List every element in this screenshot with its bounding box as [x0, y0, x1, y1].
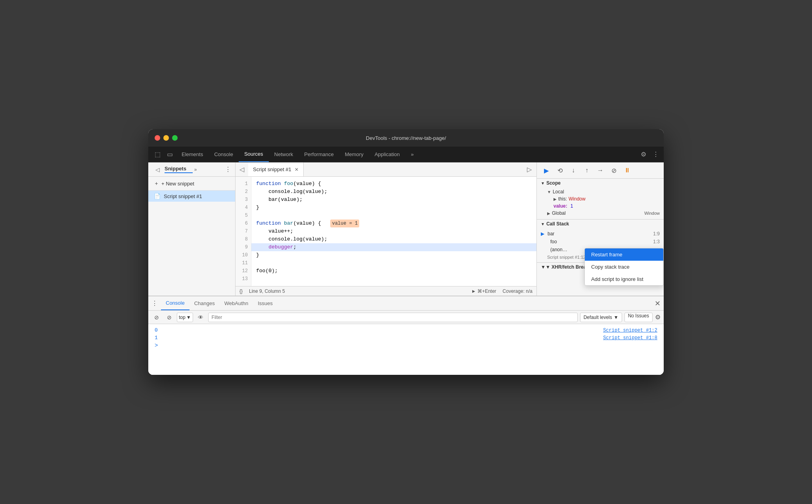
console-dots-icon[interactable]: ⋮ — [151, 300, 158, 307]
console-settings-icon[interactable]: ⚙ — [655, 313, 661, 321]
ctx-restart-frame[interactable]: Restart frame — [585, 248, 663, 261]
format-icon[interactable]: {} — [239, 288, 243, 294]
global-scope-item[interactable]: ▶ Global Window — [541, 210, 660, 217]
tab-memory[interactable]: Memory — [339, 147, 369, 162]
more-options-icon[interactable]: ⋮ — [651, 149, 661, 160]
callstack-foo-name: foo — [550, 239, 650, 244]
pause-button[interactable]: ⏸ — [622, 165, 633, 176]
step-over-button[interactable]: ↓ — [568, 165, 579, 176]
editor-tab-snippet[interactable]: Script snippet #1 ✕ — [248, 162, 304, 176]
console-block-button[interactable]: ⊘ — [164, 312, 174, 323]
editor-tab-title: Script snippet #1 — [253, 166, 291, 172]
sidebar-nav-icon[interactable]: ◁ — [152, 166, 163, 173]
console-filter-input[interactable] — [208, 313, 578, 322]
this-arrow-icon: ▶ — [553, 197, 557, 201]
editor-nav-back-icon[interactable]: ◁ — [236, 166, 248, 173]
tab-console[interactable]: Console — [209, 147, 239, 162]
cursor-icon[interactable]: ⬚ — [151, 151, 164, 158]
script-ref: Script snippet #1:12 — [541, 255, 586, 260]
callstack-bar-item[interactable]: ▶ bar 1:9 — [537, 230, 664, 238]
local-arrow-icon: ▼ — [547, 190, 551, 194]
callstack-label: Call Stack — [546, 221, 569, 227]
maximize-button[interactable] — [172, 135, 178, 141]
levels-label: Default levels — [584, 315, 612, 320]
top-tabs-bar: ⬚ ▭ Elements Console Sources Network Per… — [148, 147, 664, 162]
title-bar: DevTools - chrome://new-tab-page/ — [148, 129, 664, 147]
code-line-12: foo(0); — [251, 267, 536, 275]
deactivate-button[interactable]: ⊘ — [608, 165, 619, 176]
scope-header[interactable]: ▼ Scope — [537, 179, 664, 187]
line-num-6: 6 — [236, 220, 251, 227]
code-line-4: } — [251, 204, 536, 212]
console-tab-changes[interactable]: Changes — [190, 296, 220, 310]
callstack-header[interactable]: ▼ Call Stack — [537, 220, 664, 228]
value-scope-item: value: 1 — [541, 202, 660, 210]
code-editor[interactable]: 1 2 3 4 5 6 7 8 9 10 11 12 13 — [236, 177, 536, 286]
tab-sources[interactable]: Sources — [239, 147, 269, 162]
editor-tabs-bar: ◁ Script snippet #1 ✕ ▷ — [236, 162, 536, 177]
console-tab-issues[interactable]: Issues — [253, 296, 278, 310]
tab-application[interactable]: Application — [369, 147, 406, 162]
step-into-button[interactable]: ↑ — [581, 165, 592, 176]
sidebar-menu-icon[interactable]: ⋮ — [225, 166, 231, 173]
value-key: value: — [553, 203, 567, 209]
tab-network[interactable]: Network — [269, 147, 299, 162]
cursor-position: Line 9, Column 5 — [249, 288, 285, 294]
line-num-2: 2 — [236, 188, 251, 196]
sidebar-more-icon[interactable]: » — [194, 167, 197, 172]
context-menu: Restart frame Copy stack trace Add scrip… — [584, 248, 664, 286]
line-numbers: 1 2 3 4 5 6 7 8 9 10 11 12 13 — [236, 177, 251, 286]
tabs-list: Elements Console Sources Network Perform… — [176, 147, 639, 162]
console-eye-button[interactable]: 👁 — [195, 312, 206, 323]
console-close-button[interactable]: ✕ — [655, 299, 661, 308]
console-prompt-line[interactable]: > — [155, 342, 657, 349]
callstack-arrow-icon: ▼ — [541, 222, 545, 226]
line-num-13: 13 — [236, 275, 251, 283]
callstack-items: ▶ bar 1:9 foo 1:3 (anon… — [537, 228, 664, 262]
sidebar-title: Snippets — [165, 166, 193, 173]
this-scope-item[interactable]: ▶ this: Window — [541, 195, 660, 202]
plus-icon: ＋ — [154, 180, 159, 187]
pause-on-exception-button[interactable]: ⟲ — [554, 165, 565, 176]
ctx-add-ignore[interactable]: Add script to ignore list — [585, 273, 663, 285]
console-top-selector[interactable]: top ▼ — [177, 313, 193, 322]
resume-button[interactable]: ▶ — [541, 165, 552, 176]
ctx-copy-stack-trace[interactable]: Copy stack trace — [585, 261, 663, 273]
code-content[interactable]: function foo(value) { console.log(value)… — [251, 177, 536, 286]
new-snippet-button[interactable]: ＋ + New snippet — [148, 177, 235, 191]
console-issues-button[interactable]: No Issues — [624, 313, 653, 322]
code-line-13 — [251, 275, 536, 283]
inline-value-6: value = 1 — [330, 220, 359, 227]
local-scope-item[interactable]: ▼ Local — [541, 188, 660, 195]
tab-more[interactable]: » — [405, 147, 419, 162]
console-file-0[interactable]: Script snippet #1:2 — [603, 328, 657, 333]
callstack-foo-item[interactable]: foo 1:3 — [537, 238, 664, 246]
code-line-10: } — [251, 251, 536, 259]
traffic-lights — [155, 135, 178, 141]
code-line-1: function foo(value) { — [251, 180, 536, 188]
close-button[interactable] — [155, 135, 160, 141]
this-value: Window — [569, 196, 586, 202]
tab-elements[interactable]: Elements — [176, 147, 209, 162]
this-key: this: — [558, 196, 567, 202]
editor-pane: ◁ Script snippet #1 ✕ ▷ 1 2 3 4 5 — [236, 162, 537, 296]
line-num-7: 7 — [236, 227, 251, 235]
device-icon[interactable]: ▭ — [164, 151, 176, 158]
console-tab-console[interactable]: Console — [161, 296, 190, 310]
console-tab-webauthn[interactable]: WebAuthn — [220, 296, 253, 310]
console-clear-button[interactable]: ⊘ — [151, 312, 162, 323]
tab-performance[interactable]: Performance — [299, 147, 339, 162]
run-shortcut[interactable]: ► ⌘+Enter — [471, 288, 496, 294]
console-file-1[interactable]: Script snippet #1:8 — [603, 335, 657, 341]
minimize-button[interactable] — [163, 135, 169, 141]
editor-run-icon[interactable]: ▷ — [522, 166, 536, 173]
callstack-foo-loc: 1:3 — [653, 239, 660, 244]
settings-icon[interactable]: ⚙ — [639, 149, 648, 160]
code-line-7: value++; — [251, 227, 536, 235]
snippet-item[interactable]: 📄 Script snippet #1 — [148, 191, 235, 202]
line-num-5: 5 — [236, 212, 251, 220]
editor-tab-close-icon[interactable]: ✕ — [295, 167, 299, 172]
console-levels-button[interactable]: Default levels ▼ — [580, 313, 622, 322]
line-num-12: 12 — [236, 267, 251, 275]
step-out-button[interactable]: → — [595, 165, 606, 176]
